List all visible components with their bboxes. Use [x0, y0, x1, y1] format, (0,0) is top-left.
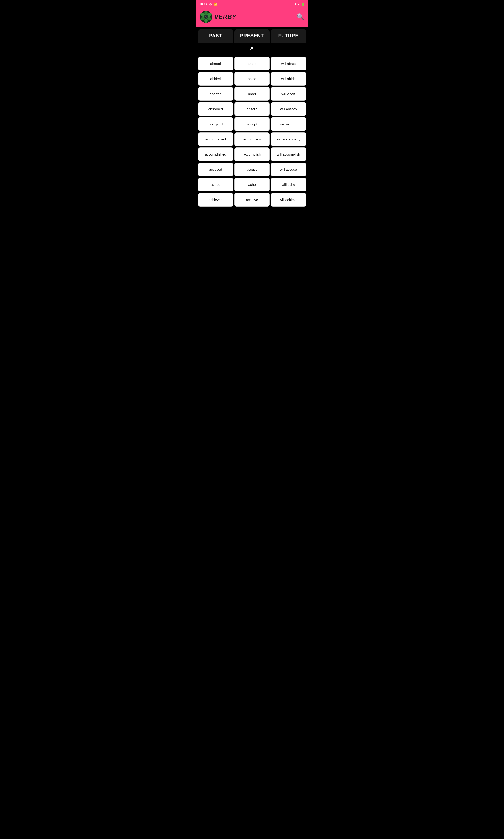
svg-point-9	[205, 16, 205, 17]
verb-cell-present-4[interactable]: accept	[234, 117, 270, 131]
verb-row: accusedaccusewill accuse	[198, 163, 306, 176]
svg-point-10	[206, 16, 207, 17]
verb-row: abortedabortwill abort	[198, 87, 306, 101]
verb-cell-past-1[interactable]: abided	[198, 72, 233, 86]
verb-cell-future-9[interactable]: will achieve	[271, 193, 306, 207]
verb-cell-present-9[interactable]: achieve	[234, 193, 270, 207]
verb-row: absorbedabsorbwill absorb	[198, 102, 306, 116]
verb-row: achedachewill ache	[198, 178, 306, 192]
battery-icon: 🔋	[301, 3, 305, 6]
verb-cell-past-3[interactable]: absorbed	[198, 102, 233, 116]
verb-cell-future-2[interactable]: will abort	[271, 87, 306, 101]
sim-icon: 📶	[214, 3, 217, 6]
app-logo: VERBY	[200, 11, 236, 23]
status-left: 10:32 ⚙ 📶	[200, 3, 217, 6]
verb-cell-present-1[interactable]: abide	[234, 72, 270, 86]
wifi-icon: ▼▲	[294, 3, 300, 6]
verb-cell-past-6[interactable]: accomplished	[198, 147, 233, 161]
verb-cell-past-0[interactable]: abated	[198, 57, 233, 70]
status-right: ▼▲ 🔋	[294, 3, 305, 6]
verb-cell-future-0[interactable]: will abate	[271, 57, 306, 70]
search-button[interactable]: 🔍	[297, 13, 304, 20]
past-divider	[198, 53, 233, 53]
verb-cell-present-8[interactable]: ache	[234, 178, 270, 192]
section-label-a: A	[196, 42, 308, 52]
verb-row: abatedabatewill abate	[198, 57, 306, 70]
verb-cell-present-6[interactable]: accomplish	[234, 147, 270, 161]
verb-cell-future-6[interactable]: will accomplish	[271, 147, 306, 161]
app-header: VERBY 🔍	[196, 8, 308, 26]
verb-cell-past-5[interactable]: accompanied	[198, 132, 233, 146]
verb-cell-present-7[interactable]: accuse	[234, 163, 270, 176]
time-display: 10:32	[200, 3, 207, 6]
future-column-header: FUTURE	[271, 29, 306, 42]
column-headers: PAST PRESENT FUTURE	[196, 26, 308, 42]
verb-cell-past-8[interactable]: ached	[198, 178, 233, 192]
verb-row: achievedachievewill achieve	[198, 193, 306, 207]
verb-cell-past-4[interactable]: accepted	[198, 117, 233, 131]
verb-rows: abatedabatewill abateabidedabidewill abi…	[196, 57, 308, 209]
verb-cell-future-5[interactable]: will accompany	[271, 132, 306, 146]
verb-cell-present-2[interactable]: abort	[234, 87, 270, 101]
divider-row	[196, 52, 308, 57]
verb-cell-future-7[interactable]: will accuse	[271, 163, 306, 176]
app-logo-icon	[200, 11, 212, 23]
verb-cell-present-3[interactable]: absorb	[234, 102, 270, 116]
verb-cell-future-8[interactable]: will ache	[271, 178, 306, 192]
verb-cell-present-0[interactable]: abate	[234, 57, 270, 70]
verb-row: abidedabidewill abide	[198, 72, 306, 86]
verb-row: accomplishedaccomplishwill accomplish	[198, 147, 306, 161]
verb-cell-future-4[interactable]: will accept	[271, 117, 306, 131]
verb-cell-present-5[interactable]: accompany	[234, 132, 270, 146]
verb-row: acceptedacceptwill accept	[198, 117, 306, 131]
future-divider	[271, 53, 306, 53]
settings-icon: ⚙	[209, 3, 212, 6]
past-column-header: PAST	[198, 29, 233, 42]
verb-row: accompaniedaccompanywill accompany	[198, 132, 306, 146]
present-column-header: PRESENT	[234, 29, 270, 42]
verb-cell-future-3[interactable]: will absorb	[271, 102, 306, 116]
verb-cell-future-1[interactable]: will abide	[271, 72, 306, 86]
present-divider	[234, 53, 270, 53]
app-title: VERBY	[214, 13, 236, 20]
verb-cell-past-9[interactable]: achieved	[198, 193, 233, 207]
status-bar: 10:32 ⚙ 📶 ▼▲ 🔋	[196, 0, 308, 8]
verb-cell-past-2[interactable]: aborted	[198, 87, 233, 101]
verb-cell-past-7[interactable]: accused	[198, 163, 233, 176]
